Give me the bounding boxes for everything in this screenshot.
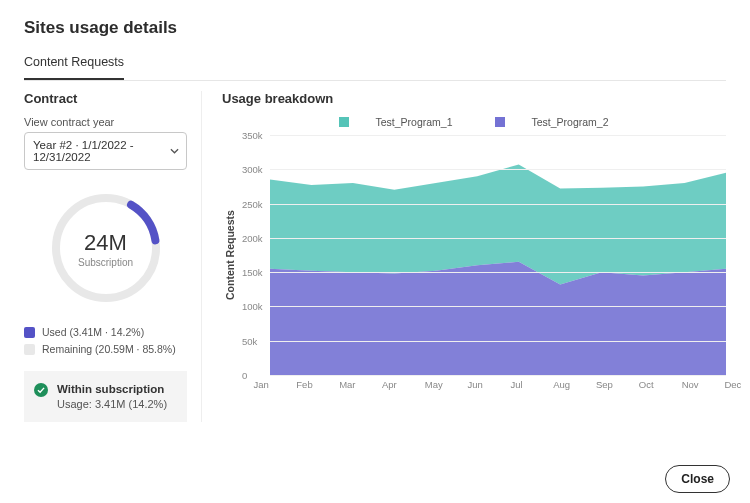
chart-y-tick: 300k — [242, 164, 263, 175]
contract-year-value: Year #2 · 1/1/2022 - 12/31/2022 — [33, 139, 134, 163]
chevron-down-icon — [170, 147, 179, 156]
chart-x-tick: Mar — [339, 379, 340, 390]
legend-remaining-text: Remaining (20.59M · 85.8%) — [42, 343, 176, 355]
subscription-donut: 24M Subscription — [24, 188, 187, 312]
legend-used: Used (3.41M · 14.2%) — [24, 326, 187, 338]
chart-x-tick: Jan — [254, 379, 255, 390]
chart-y-tick: 150k — [242, 267, 263, 278]
chart-x-tick: Feb — [296, 379, 297, 390]
chart-y-tick: 200k — [242, 232, 263, 243]
legend-label-2: Test_Program_2 — [531, 116, 608, 128]
chart-x-tick: Jun — [468, 379, 469, 390]
contract-heading: Contract — [24, 91, 187, 106]
chart-area: Content Requests 050k100k150k200k250k300… — [222, 135, 726, 375]
chart-x-tick: Aug — [553, 379, 554, 390]
contract-year-label: View contract year — [24, 116, 187, 128]
svg-point-2 — [34, 383, 48, 397]
status-title: Within subscription — [57, 383, 167, 395]
chart-y-tick: 100k — [242, 301, 263, 312]
page-title: Sites usage details — [24, 18, 726, 38]
check-circle-icon — [34, 383, 48, 397]
legend-swatch-2 — [495, 117, 505, 127]
chart-y-tick: 0 — [242, 370, 247, 381]
chart-x-labels: JanFebMarAprMayJunJulAugSepOctNovDec — [222, 379, 726, 390]
close-button[interactable]: Close — [665, 465, 730, 493]
contract-year-select[interactable]: Year #2 · 1/1/2022 - 12/31/2022 — [24, 132, 187, 170]
chart-x-tick: Oct — [639, 379, 640, 390]
used-swatch — [24, 327, 35, 338]
usage-breakdown-heading: Usage breakdown — [222, 91, 726, 106]
tabs: Content Requests — [24, 52, 726, 81]
donut-sub: Subscription — [78, 257, 133, 268]
donut-value: 24M — [78, 232, 133, 254]
chart-plot: 050k100k150k200k250k300k350k — [238, 135, 726, 375]
tab-content-requests[interactable]: Content Requests — [24, 55, 124, 80]
legend-remaining: Remaining (20.59M · 85.8%) — [24, 343, 187, 355]
remaining-swatch — [24, 344, 35, 355]
chart-y-tick: 250k — [242, 198, 263, 209]
chart-x-tick: Apr — [382, 379, 383, 390]
status-box: Within subscription Usage: 3.41M (14.2%) — [24, 371, 187, 422]
chart-x-tick: Sep — [596, 379, 597, 390]
contract-panel: Contract View contract year Year #2 · 1/… — [24, 91, 202, 422]
chart-x-tick: May — [425, 379, 426, 390]
chart-x-tick: Dec — [724, 379, 725, 390]
legend-used-text: Used (3.41M · 14.2%) — [42, 326, 144, 338]
chart-y-tick: 50k — [242, 335, 257, 346]
chart-x-tick: Nov — [682, 379, 683, 390]
chart-y-tick: 350k — [242, 130, 263, 141]
usage-breakdown-panel: Usage breakdown Test_Program_1 Test_Prog… — [222, 91, 726, 422]
chart-legend: Test_Program_1 Test_Program_2 — [222, 116, 726, 129]
legend-swatch-1 — [339, 117, 349, 127]
legend-label-1: Test_Program_1 — [375, 116, 452, 128]
status-sub: Usage: 3.41M (14.2%) — [57, 398, 167, 410]
chart-x-tick: Jul — [510, 379, 511, 390]
chart-y-axis-label: Content Requests — [222, 135, 238, 375]
